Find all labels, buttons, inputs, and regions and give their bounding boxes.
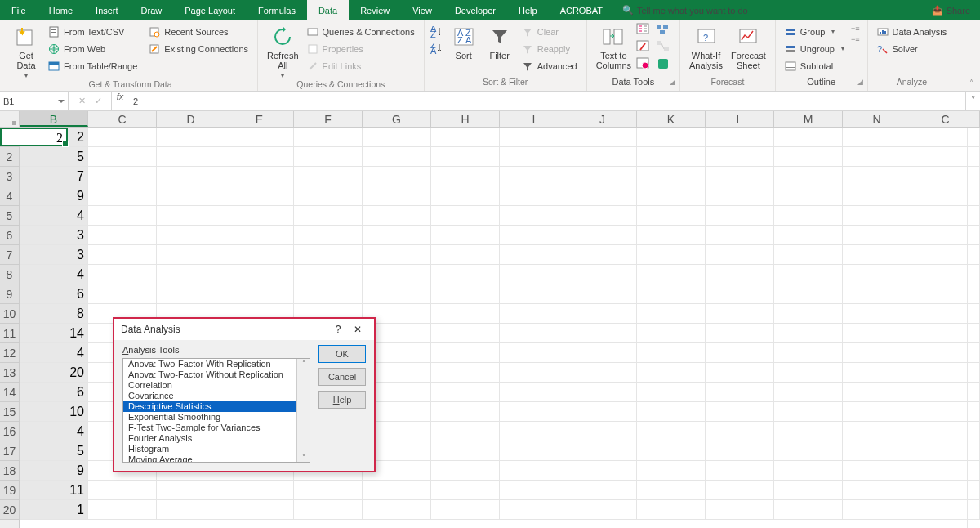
analysis-tool-item[interactable]: Correlation (123, 380, 296, 391)
remove-duplicates-icon[interactable] (636, 40, 654, 56)
cell[interactable] (500, 245, 568, 265)
share-button[interactable]: 📤 Share (922, 0, 980, 20)
cell[interactable] (774, 206, 843, 226)
analysis-tool-item[interactable]: Exponential Smoothing (123, 412, 296, 423)
cell[interactable] (774, 128, 843, 147)
cell[interactable] (843, 441, 911, 461)
cell[interactable] (774, 481, 843, 500)
solver-button[interactable]: ? Solver (874, 40, 951, 57)
cell[interactable] (843, 500, 911, 520)
data-analysis-button[interactable]: Data Analysis (874, 23, 951, 40)
cell[interactable] (843, 363, 911, 383)
existing-connections-button[interactable]: Existing Connections (145, 40, 252, 57)
cell[interactable] (431, 441, 500, 461)
ungroup-button[interactable]: Ungroup ▾ (782, 40, 848, 57)
cell[interactable] (637, 128, 706, 147)
cell[interactable] (637, 383, 706, 402)
cell[interactable] (157, 481, 225, 500)
cell[interactable] (774, 500, 843, 520)
cell[interactable] (568, 363, 637, 383)
cell[interactable] (774, 226, 843, 245)
cell[interactable]: 1 (20, 500, 88, 520)
cell[interactable] (225, 284, 294, 304)
cell[interactable] (431, 128, 500, 147)
cell[interactable] (157, 265, 225, 284)
group-outline-button[interactable]: Group ▾ (782, 23, 848, 40)
cell[interactable] (225, 265, 294, 284)
cell[interactable] (500, 284, 568, 304)
column-header[interactable]: E (225, 111, 294, 127)
cell[interactable]: 9 (20, 461, 88, 481)
queries-connections-button[interactable]: Queries & Connections (304, 23, 418, 40)
cell[interactable]: 8 (20, 304, 88, 324)
row-header[interactable]: 5 (0, 206, 19, 226)
analysis-tool-item[interactable]: Fourier Analysis (123, 433, 296, 444)
cell[interactable] (363, 186, 431, 206)
cell[interactable] (637, 186, 706, 206)
filter-button[interactable]: Filter (483, 23, 517, 60)
cell[interactable] (363, 226, 431, 245)
cell[interactable] (843, 284, 911, 304)
subtotal-button[interactable]: Subtotal (782, 57, 848, 74)
cell[interactable] (431, 304, 500, 324)
cell[interactable] (500, 265, 568, 284)
analysis-tool-item[interactable]: Histogram (123, 444, 296, 454)
sort-asc-icon[interactable]: AZ (430, 26, 445, 39)
column-header[interactable]: L (706, 111, 774, 127)
cell[interactable]: 9 (20, 186, 88, 206)
cell[interactable] (706, 245, 774, 265)
select-all-corner[interactable] (0, 111, 20, 127)
cell[interactable] (500, 324, 568, 343)
cell[interactable] (706, 128, 774, 147)
cell[interactable] (843, 304, 911, 324)
tab-page-layout[interactable]: Page Layout (173, 0, 247, 20)
from-table-range-button[interactable]: From Table/Range (45, 57, 140, 74)
cell[interactable] (500, 481, 568, 500)
cell[interactable] (294, 186, 363, 206)
cell[interactable] (774, 186, 843, 206)
cell[interactable] (225, 500, 294, 520)
cell[interactable] (637, 245, 706, 265)
cell[interactable] (568, 186, 637, 206)
cell[interactable] (568, 324, 637, 343)
cell[interactable] (706, 481, 774, 500)
cell[interactable] (774, 402, 843, 422)
cell[interactable] (637, 402, 706, 422)
cell[interactable] (431, 481, 500, 500)
cell[interactable] (843, 324, 911, 343)
cell[interactable] (706, 206, 774, 226)
cell[interactable]: 4 (20, 343, 88, 363)
cell[interactable] (431, 226, 500, 245)
cell[interactable] (431, 167, 500, 186)
cell[interactable] (706, 186, 774, 206)
cell[interactable] (88, 500, 157, 520)
cell[interactable] (363, 500, 431, 520)
cell[interactable] (843, 226, 911, 245)
tab-draw[interactable]: Draw (130, 0, 174, 20)
row-header[interactable]: 9 (0, 284, 19, 304)
analysis-tool-item[interactable]: Descriptive Statistics (123, 401, 296, 412)
refresh-all-button[interactable]: Refresh All ▾ (264, 23, 302, 79)
analysis-tool-item[interactable]: Moving Average (123, 454, 296, 462)
cell[interactable] (637, 324, 706, 343)
edit-links-button[interactable]: Edit Links (304, 57, 418, 74)
column-header[interactable]: J (568, 111, 637, 127)
row-header[interactable]: 1 (0, 128, 19, 147)
forecast-sheet-button[interactable]: Forecast Sheet (728, 23, 769, 70)
cell[interactable] (843, 383, 911, 402)
cell[interactable] (637, 500, 706, 520)
cell[interactable] (363, 481, 431, 500)
cell[interactable] (431, 402, 500, 422)
cell[interactable] (843, 481, 911, 500)
get-data-button[interactable]: Get Data ▾ (9, 23, 43, 79)
recent-sources-button[interactable]: Recent Sources (145, 23, 252, 40)
cell[interactable] (294, 167, 363, 186)
cell[interactable] (637, 481, 706, 500)
cell[interactable]: 20 (20, 363, 88, 383)
cell[interactable] (637, 226, 706, 245)
cell[interactable] (225, 128, 294, 147)
cell[interactable] (706, 167, 774, 186)
cell[interactable] (500, 383, 568, 402)
tell-me-search[interactable]: 🔍 Tell me what you want to do (622, 0, 748, 20)
hide-detail-icon[interactable]: −≡ (851, 35, 860, 43)
